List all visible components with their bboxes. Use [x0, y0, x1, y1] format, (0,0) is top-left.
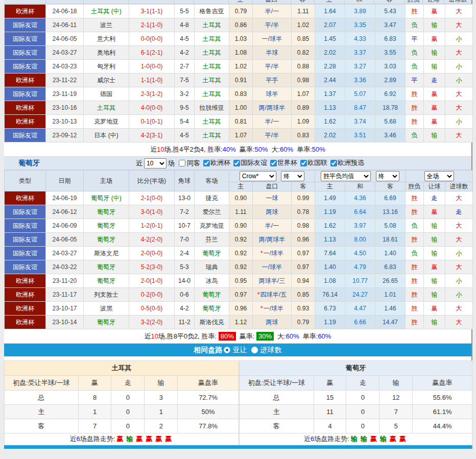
away-team[interactable]: 土耳其: [195, 74, 229, 87]
home-team[interactable]: 德国: [84, 87, 129, 101]
league-filter-checkbox-1[interactable]: [203, 160, 210, 166]
away-team[interactable]: 土耳其: [195, 60, 229, 74]
away-team[interactable]: 斯洛伐克: [195, 316, 229, 329]
score-cell[interactable]: 4-2(2-0): [129, 233, 175, 247]
asian-handicap-radio[interactable]: [224, 347, 230, 353]
score-cell[interactable]: 1-1(1-0): [129, 74, 175, 87]
col-type: 类型: [5, 171, 46, 191]
summary-text: 单率:: [297, 146, 312, 153]
corners-cell: 7-5: [175, 74, 195, 87]
score-cell[interactable]: 1-0(0-0): [129, 60, 175, 74]
recent-games-select[interactable]: 10: [144, 158, 166, 168]
match-row: 国际友谊24-03-27斯洛文尼2-0(0-0)2-4葡萄牙0.92*一/球半0…: [5, 247, 473, 260]
away-team[interactable]: 土耳其: [195, 115, 229, 129]
score-cell[interactable]: 0-1(0-1): [129, 115, 175, 129]
score-cell[interactable]: 3-0(1-0): [129, 205, 175, 219]
away-team[interactable]: 土耳其: [195, 18, 229, 32]
handicap-away-odds: 0.82: [292, 46, 315, 60]
goals-radio[interactable]: [251, 347, 258, 353]
home-team[interactable]: 列支敦士: [84, 288, 129, 302]
score-cell[interactable]: 1-2(0-1): [129, 219, 175, 233]
score-cell[interactable]: 2-0(1-0): [129, 274, 175, 288]
asian-result-cell: 输: [424, 233, 445, 247]
scope-select[interactable]: 全场: [424, 171, 454, 181]
result-cell: 胜: [406, 288, 424, 302]
match-row: 国际友谊24-06-11波兰2-1(1-0)4-8土耳其0.86平/半1.022…: [5, 18, 473, 32]
euro-stage-select[interactable]: 终: [376, 171, 399, 181]
score-cell[interactable]: 5-2(3-0): [129, 260, 175, 274]
league-filter-checkbox-5[interactable]: [330, 160, 337, 166]
euro-away-odds: 2.89: [375, 74, 406, 87]
bookmaker-select[interactable]: Crow*: [240, 171, 276, 181]
score-cell[interactable]: 4-0(0-0): [129, 101, 175, 115]
same-away-checkbox[interactable]: [179, 160, 185, 166]
away-team[interactable]: 土耳其: [195, 129, 229, 142]
away-team[interactable]: 拉脱维亚: [195, 101, 229, 115]
home-team[interactable]: 威尔士: [84, 74, 129, 87]
away-team[interactable]: 葡萄牙: [195, 247, 229, 260]
home-team[interactable]: 匈牙利: [84, 60, 129, 74]
home-team[interactable]: 土耳其: [84, 101, 129, 115]
score-cell[interactable]: 2-1(1-0): [129, 18, 175, 32]
home-team[interactable]: 葡萄牙: [84, 274, 129, 288]
home-team[interactable]: 奥地利: [84, 46, 129, 60]
clipped-col-label: 客: [374, 0, 404, 4]
away-team[interactable]: 土耳其: [195, 46, 229, 60]
home-team[interactable]: 葡萄牙: [84, 219, 129, 233]
away-team[interactable]: 土耳其: [195, 32, 229, 46]
turkey-table-clipped-header: 主盘口客主和客胜负让球进球数: [4, 0, 471, 4]
home-team[interactable]: 葡萄牙 (中): [84, 191, 129, 205]
euro-odds-select[interactable]: 胜平负均值: [321, 171, 371, 181]
clipped-col-label: 让球: [422, 0, 444, 4]
score-cell[interactable]: 4-2(3-1): [129, 129, 175, 142]
home-team[interactable]: 葡萄牙: [84, 233, 129, 247]
result-cell: 胜: [406, 274, 424, 288]
league-filter-checkbox-3[interactable]: [270, 160, 277, 166]
summary-count: 10: [157, 146, 164, 153]
score-cell[interactable]: 2-0(0-0): [129, 247, 175, 260]
home-team[interactable]: 葡萄牙: [84, 316, 129, 329]
home-team[interactable]: 波兰: [84, 18, 129, 32]
clipped-col-empty: [4, 0, 45, 4]
home-team[interactable]: 葡萄牙: [84, 260, 129, 274]
away-team[interactable]: 克罗地亚: [195, 219, 229, 233]
handicap-line: 半/一: [253, 5, 292, 18]
stat-value: 15: [314, 391, 346, 405]
league-filter-label: 欧洲杯: [210, 158, 230, 167]
league-filter-checkbox-4[interactable]: [300, 160, 307, 166]
home-team[interactable]: 日本 (中): [84, 129, 129, 142]
home-team[interactable]: 意大利: [84, 32, 129, 46]
league-filter-label: 欧国联: [307, 158, 327, 167]
score-cell[interactable]: 6-1(2-1): [129, 46, 175, 60]
stat-value: 44.4%: [413, 419, 472, 433]
sub-col-label: 主: [315, 182, 345, 191]
score-cell[interactable]: 3-1(1-1): [129, 5, 175, 18]
away-team[interactable]: 格鲁吉亚: [195, 5, 229, 18]
score-cell[interactable]: 0-2(0-0): [129, 288, 175, 302]
away-team[interactable]: 爱尔兰: [195, 205, 229, 219]
clipped-col-label: 客: [291, 0, 314, 4]
away-team[interactable]: 葡萄牙: [195, 288, 229, 302]
score-cell[interactable]: 2-1(0-0): [129, 191, 175, 205]
sub-col-label: 客: [375, 182, 406, 191]
score-cell[interactable]: 0-5(0-5): [129, 302, 175, 316]
away-team[interactable]: 芬兰: [195, 233, 229, 247]
home-team[interactable]: 克罗地亚: [84, 115, 129, 129]
score-cell[interactable]: 3-2(2-0): [129, 316, 175, 329]
score-cell[interactable]: 2-3(1-2): [129, 87, 175, 101]
league-filter-checkbox-2[interactable]: [233, 160, 240, 166]
home-team[interactable]: 斯洛文尼: [84, 247, 129, 260]
col-home: 主场: [84, 171, 129, 191]
away-team[interactable]: 葡萄牙: [195, 302, 229, 316]
away-team[interactable]: 土耳其: [195, 87, 229, 101]
away-team[interactable]: 瑞典: [195, 260, 229, 274]
home-team[interactable]: 波黑: [84, 302, 129, 316]
handicap-stage-select[interactable]: 终: [281, 171, 304, 181]
clipped-col-empty: [83, 0, 129, 4]
away-team[interactable]: 冰岛: [195, 274, 229, 288]
home-team[interactable]: 土耳其 (中): [84, 5, 129, 18]
score-cell[interactable]: 0-0(0-0): [129, 32, 175, 46]
home-team[interactable]: 葡萄牙: [84, 205, 129, 219]
away-team[interactable]: 捷克: [195, 191, 229, 205]
league-filter-item: 欧洲预选: [327, 158, 364, 167]
